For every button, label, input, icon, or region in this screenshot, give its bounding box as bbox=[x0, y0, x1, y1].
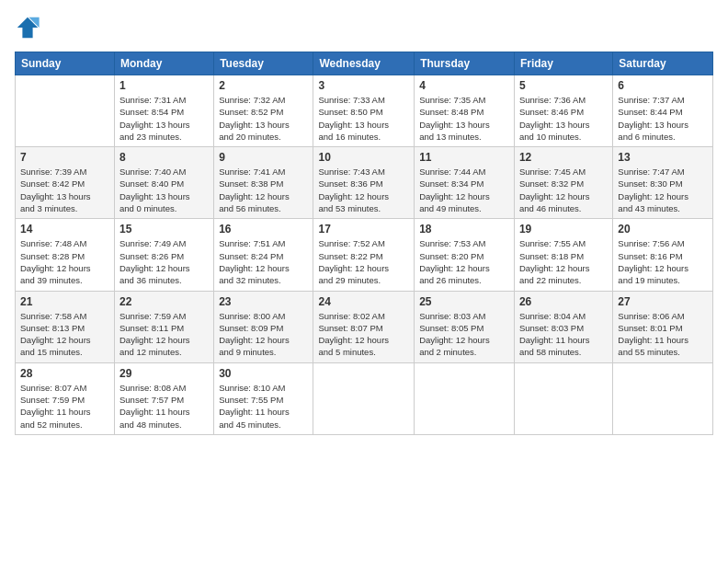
day-number: 29 bbox=[119, 367, 209, 380]
calendar-cell bbox=[415, 362, 515, 434]
day-info: Sunrise: 7:39 AM Sunset: 8:42 PM Dayligh… bbox=[20, 166, 109, 214]
logo-icon bbox=[15, 15, 40, 40]
calendar-cell: 22Sunrise: 7:59 AM Sunset: 8:11 PM Dayli… bbox=[115, 291, 214, 362]
day-info: Sunrise: 7:32 AM Sunset: 8:52 PM Dayligh… bbox=[219, 94, 308, 143]
day-info: Sunrise: 7:59 AM Sunset: 8:11 PM Dayligh… bbox=[119, 310, 209, 359]
day-info: Sunrise: 7:41 AM Sunset: 8:38 PM Dayligh… bbox=[219, 166, 308, 214]
header bbox=[15, 15, 713, 40]
calendar-cell: 2Sunrise: 7:32 AM Sunset: 8:52 PM Daylig… bbox=[214, 75, 313, 147]
calendar-cell: 24Sunrise: 8:02 AM Sunset: 8:07 PM Dayli… bbox=[313, 291, 415, 362]
day-info: Sunrise: 8:08 AM Sunset: 7:57 PM Dayligh… bbox=[119, 382, 209, 431]
day-info: Sunrise: 7:53 AM Sunset: 8:20 PM Dayligh… bbox=[419, 237, 509, 286]
day-info: Sunrise: 8:07 AM Sunset: 7:59 PM Dayligh… bbox=[20, 382, 109, 431]
week-row-2: 7Sunrise: 7:39 AM Sunset: 8:42 PM Daylig… bbox=[16, 147, 713, 219]
calendar-cell bbox=[313, 362, 415, 434]
calendar-cell: 1Sunrise: 7:31 AM Sunset: 8:54 PM Daylig… bbox=[115, 75, 214, 147]
day-number: 20 bbox=[618, 223, 708, 236]
day-number: 18 bbox=[419, 223, 509, 236]
calendar-cell: 7Sunrise: 7:39 AM Sunset: 8:42 PM Daylig… bbox=[16, 147, 115, 219]
week-row-4: 21Sunrise: 7:58 AM Sunset: 8:13 PM Dayli… bbox=[16, 291, 713, 362]
calendar-cell: 9Sunrise: 7:41 AM Sunset: 8:38 PM Daylig… bbox=[214, 147, 313, 219]
header-row: SundayMondayTuesdayWednesdayThursdayFrid… bbox=[16, 52, 713, 75]
calendar-cell: 21Sunrise: 7:58 AM Sunset: 8:13 PM Dayli… bbox=[16, 291, 115, 362]
day-info: Sunrise: 7:37 AM Sunset: 8:44 PM Dayligh… bbox=[618, 94, 708, 143]
weekday-header-saturday: Saturday bbox=[613, 52, 713, 75]
calendar-cell bbox=[514, 362, 612, 434]
day-number: 15 bbox=[119, 223, 209, 236]
day-number: 25 bbox=[419, 295, 509, 308]
day-number: 10 bbox=[318, 151, 409, 164]
calendar-body: 1Sunrise: 7:31 AM Sunset: 8:54 PM Daylig… bbox=[16, 75, 713, 435]
weekday-header-thursday: Thursday bbox=[415, 52, 515, 75]
calendar-cell: 5Sunrise: 7:36 AM Sunset: 8:46 PM Daylig… bbox=[514, 75, 612, 147]
week-row-3: 14Sunrise: 7:48 AM Sunset: 8:28 PM Dayli… bbox=[16, 219, 713, 291]
day-number: 8 bbox=[119, 151, 209, 164]
day-info: Sunrise: 7:35 AM Sunset: 8:48 PM Dayligh… bbox=[419, 94, 509, 143]
calendar-cell: 30Sunrise: 8:10 AM Sunset: 7:55 PM Dayli… bbox=[214, 362, 313, 434]
calendar-cell: 6Sunrise: 7:37 AM Sunset: 8:44 PM Daylig… bbox=[613, 75, 713, 147]
day-info: Sunrise: 8:03 AM Sunset: 8:05 PM Dayligh… bbox=[419, 310, 509, 359]
day-number: 5 bbox=[519, 79, 608, 92]
day-number: 6 bbox=[618, 79, 708, 92]
day-info: Sunrise: 8:00 AM Sunset: 8:09 PM Dayligh… bbox=[219, 310, 308, 359]
day-number: 7 bbox=[20, 151, 109, 164]
day-info: Sunrise: 7:52 AM Sunset: 8:22 PM Dayligh… bbox=[318, 237, 409, 286]
calendar-cell: 26Sunrise: 8:04 AM Sunset: 8:03 PM Dayli… bbox=[514, 291, 612, 362]
day-number: 23 bbox=[219, 295, 308, 308]
calendar-cell bbox=[16, 75, 115, 147]
day-info: Sunrise: 7:44 AM Sunset: 8:34 PM Dayligh… bbox=[419, 166, 509, 214]
day-number: 9 bbox=[219, 151, 308, 164]
day-number: 1 bbox=[119, 79, 209, 92]
calendar-cell: 8Sunrise: 7:40 AM Sunset: 8:40 PM Daylig… bbox=[115, 147, 214, 219]
day-number: 28 bbox=[20, 367, 109, 380]
calendar-cell: 10Sunrise: 7:43 AM Sunset: 8:36 PM Dayli… bbox=[313, 147, 415, 219]
day-number: 3 bbox=[318, 79, 409, 92]
calendar-cell: 29Sunrise: 8:08 AM Sunset: 7:57 PM Dayli… bbox=[115, 362, 214, 434]
day-number: 24 bbox=[318, 295, 409, 308]
calendar-cell: 3Sunrise: 7:33 AM Sunset: 8:50 PM Daylig… bbox=[313, 75, 415, 147]
calendar-cell: 23Sunrise: 8:00 AM Sunset: 8:09 PM Dayli… bbox=[214, 291, 313, 362]
weekday-header-sunday: Sunday bbox=[16, 52, 115, 75]
day-info: Sunrise: 8:02 AM Sunset: 8:07 PM Dayligh… bbox=[318, 310, 409, 359]
day-info: Sunrise: 7:58 AM Sunset: 8:13 PM Dayligh… bbox=[20, 310, 109, 359]
calendar-cell: 4Sunrise: 7:35 AM Sunset: 8:48 PM Daylig… bbox=[415, 75, 515, 147]
day-info: Sunrise: 7:47 AM Sunset: 8:30 PM Dayligh… bbox=[618, 166, 708, 214]
calendar-cell: 13Sunrise: 7:47 AM Sunset: 8:30 PM Dayli… bbox=[613, 147, 713, 219]
calendar-cell: 20Sunrise: 7:56 AM Sunset: 8:16 PM Dayli… bbox=[613, 219, 713, 291]
day-number: 26 bbox=[519, 295, 608, 308]
day-number: 13 bbox=[618, 151, 708, 164]
day-info: Sunrise: 7:49 AM Sunset: 8:26 PM Dayligh… bbox=[119, 237, 209, 286]
calendar-cell bbox=[613, 362, 713, 434]
page: SundayMondayTuesdayWednesdayThursdayFrid… bbox=[0, 0, 728, 563]
day-info: Sunrise: 7:55 AM Sunset: 8:18 PM Dayligh… bbox=[519, 237, 608, 286]
calendar: SundayMondayTuesdayWednesdayThursdayFrid… bbox=[15, 52, 713, 435]
day-number: 4 bbox=[419, 79, 509, 92]
day-number: 16 bbox=[219, 223, 308, 236]
week-row-1: 1Sunrise: 7:31 AM Sunset: 8:54 PM Daylig… bbox=[16, 75, 713, 147]
day-info: Sunrise: 8:06 AM Sunset: 8:01 PM Dayligh… bbox=[618, 310, 708, 359]
day-info: Sunrise: 7:43 AM Sunset: 8:36 PM Dayligh… bbox=[318, 166, 409, 214]
weekday-header-monday: Monday bbox=[115, 52, 214, 75]
logo bbox=[15, 15, 44, 40]
calendar-cell: 11Sunrise: 7:44 AM Sunset: 8:34 PM Dayli… bbox=[415, 147, 515, 219]
day-number: 17 bbox=[318, 223, 409, 236]
calendar-cell: 19Sunrise: 7:55 AM Sunset: 8:18 PM Dayli… bbox=[514, 219, 612, 291]
calendar-cell: 12Sunrise: 7:45 AM Sunset: 8:32 PM Dayli… bbox=[514, 147, 612, 219]
calendar-cell: 17Sunrise: 7:52 AM Sunset: 8:22 PM Dayli… bbox=[313, 219, 415, 291]
calendar-cell: 14Sunrise: 7:48 AM Sunset: 8:28 PM Dayli… bbox=[16, 219, 115, 291]
week-row-5: 28Sunrise: 8:07 AM Sunset: 7:59 PM Dayli… bbox=[16, 362, 713, 434]
day-info: Sunrise: 7:31 AM Sunset: 8:54 PM Dayligh… bbox=[119, 94, 209, 143]
day-number: 27 bbox=[618, 295, 708, 308]
calendar-cell: 27Sunrise: 8:06 AM Sunset: 8:01 PM Dayli… bbox=[613, 291, 713, 362]
day-info: Sunrise: 7:45 AM Sunset: 8:32 PM Dayligh… bbox=[519, 166, 608, 214]
calendar-cell: 16Sunrise: 7:51 AM Sunset: 8:24 PM Dayli… bbox=[214, 219, 313, 291]
day-number: 14 bbox=[20, 223, 109, 236]
day-number: 12 bbox=[519, 151, 608, 164]
day-info: Sunrise: 7:33 AM Sunset: 8:50 PM Dayligh… bbox=[318, 94, 409, 143]
day-number: 2 bbox=[219, 79, 308, 92]
day-number: 19 bbox=[519, 223, 608, 236]
day-info: Sunrise: 8:10 AM Sunset: 7:55 PM Dayligh… bbox=[219, 382, 308, 431]
day-number: 30 bbox=[219, 367, 308, 380]
day-info: Sunrise: 7:56 AM Sunset: 8:16 PM Dayligh… bbox=[618, 237, 708, 286]
day-info: Sunrise: 7:48 AM Sunset: 8:28 PM Dayligh… bbox=[20, 237, 109, 286]
